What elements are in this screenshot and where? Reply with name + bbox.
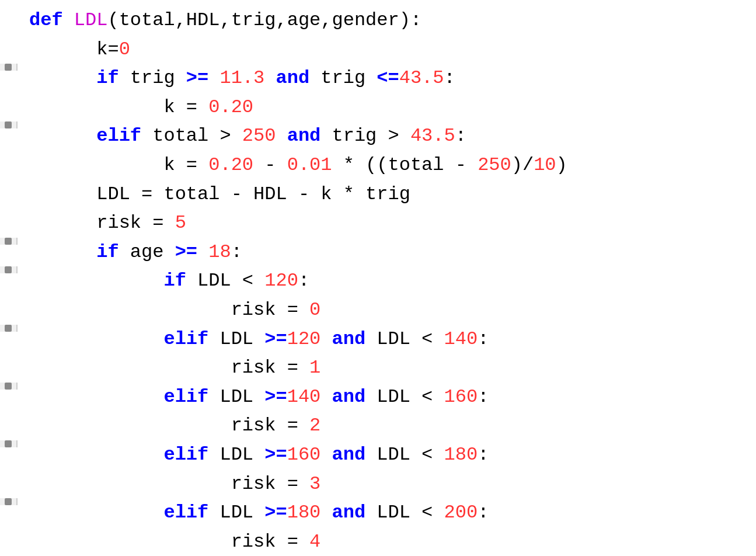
code-line: elif total > 250 and trig > 43.5: (0, 121, 756, 151)
code-text: )/ (511, 154, 534, 176)
number-literal: 0.20 (208, 96, 253, 118)
keyword: elif (163, 444, 208, 465)
code-text (208, 67, 220, 89)
code-line: risk = 3 (0, 470, 756, 499)
code-content: if age >= 18: (23, 238, 756, 267)
number-literal: 0.20 (208, 154, 253, 176)
code-text: risk = (231, 357, 309, 378)
number-literal: 160 (444, 386, 478, 408)
number-literal: 140 (287, 386, 321, 408)
code-text (320, 386, 332, 408)
code-text: risk = (231, 415, 309, 436)
number-literal: 0.01 (287, 154, 332, 176)
number-literal: 250 (478, 154, 511, 176)
code-text: trig (119, 67, 186, 89)
code-text (197, 241, 208, 263)
number-literal: 180 (287, 502, 321, 523)
number-literal: 4 (309, 531, 320, 552)
code-text: : (231, 241, 242, 263)
code-text: k= (96, 39, 119, 60)
code-content: k = 0.20 - 0.01 * ((total - 250)/10) (23, 151, 756, 180)
code-line: k=0 (0, 35, 756, 64)
code-content: if trig >= 11.3 and trig <=43.5: (23, 64, 756, 93)
code-content: risk = 2 (23, 411, 756, 440)
keyword: and (332, 502, 365, 523)
keyword: and (276, 67, 309, 89)
code-text: LDL < (365, 386, 444, 408)
keyword: elif (163, 502, 208, 523)
code-line: if trig >= 11.3 and trig <=43.5: (0, 64, 756, 93)
keyword: and (332, 444, 365, 465)
number-literal: 1 (309, 357, 320, 378)
keyword: >= (264, 386, 287, 408)
code-text: : (478, 444, 489, 465)
code-text: LDL (208, 386, 264, 408)
code-line: def LDL(total,HDL,trig,age,gender): (0, 6, 756, 35)
code-content: risk = 4 (23, 527, 756, 556)
code-line: if LDL < 120: (0, 266, 756, 296)
number-literal: 180 (444, 444, 478, 465)
gutter-mark (0, 383, 18, 390)
keyword: >= (175, 241, 197, 263)
gutter-mark (0, 121, 18, 128)
number-literal: 10 (534, 154, 556, 176)
code-text: LDL (208, 502, 264, 523)
code-text: : (444, 67, 455, 89)
code-text: - (253, 154, 287, 176)
code-line: risk = 2 (0, 411, 756, 440)
code-text: total > (141, 125, 242, 147)
code-text (63, 9, 74, 31)
code-text: * ((total - (332, 154, 478, 176)
keyword: and (332, 328, 365, 350)
code-text (276, 125, 287, 147)
code-content: if LDL < 120: (23, 266, 756, 296)
code-text: LDL (208, 328, 264, 350)
gutter-mark (0, 498, 18, 505)
number-literal: 140 (444, 328, 478, 350)
code-text: LDL = total - HDL - k * trig (96, 183, 410, 205)
number-literal: 2 (309, 415, 320, 436)
number-literal: 120 (287, 328, 321, 350)
code-text: risk = (231, 299, 309, 321)
code-content: risk = 0 (23, 296, 756, 325)
code-line: risk = 5 (0, 208, 756, 238)
number-literal: 160 (287, 444, 321, 465)
code-text: : (298, 270, 309, 291)
keyword: >= (264, 328, 287, 350)
code-content: elif LDL >=160 and LDL < 180: (23, 440, 756, 470)
number-literal: 0 (309, 299, 320, 321)
code-text: LDL < (365, 444, 444, 465)
code-text: : (478, 328, 489, 350)
code-line: elif LDL >=160 and LDL < 180: (0, 440, 756, 470)
code-text: : (478, 502, 489, 523)
keyword: elif (163, 386, 208, 408)
code-content: def LDL(total,HDL,trig,age,gender): (23, 6, 756, 35)
gutter-mark (0, 238, 18, 245)
code-line: k = 0.20 (0, 93, 756, 122)
code-text: (total,HDL,trig,age,gender): (107, 9, 421, 31)
code-line: elif LDL >=120 and LDL < 140: (0, 325, 756, 354)
code-content: elif LDL >=140 and LDL < 160: (23, 383, 756, 412)
number-literal: 11.3 (220, 67, 264, 89)
keyword: elif (96, 125, 141, 147)
code-line: elif LDL >=180 and LDL < 200: (0, 498, 756, 527)
number-literal: 43.5 (410, 125, 455, 147)
code-text (320, 502, 332, 523)
keyword: elif (163, 328, 208, 350)
code-text: ) (556, 154, 567, 176)
number-literal: 5 (175, 212, 186, 234)
gutter-mark (0, 266, 18, 273)
code-content: k = 0.20 (23, 93, 756, 122)
code-text: risk = (231, 531, 309, 552)
code-text (264, 67, 276, 89)
code-line: LDL = total - HDL - k * trig (0, 180, 756, 209)
keyword: >= (186, 67, 208, 89)
keyword: if (96, 67, 119, 89)
code-line: risk = 1 (0, 353, 756, 383)
keyword: if (163, 270, 186, 291)
code-content: elif LDL >=120 and LDL < 140: (23, 325, 756, 354)
number-literal: 18 (208, 241, 231, 263)
code-text: LDL < (365, 502, 444, 523)
code-content: elif total > 250 and trig > 43.5: (23, 121, 756, 151)
number-literal: 200 (444, 502, 478, 523)
